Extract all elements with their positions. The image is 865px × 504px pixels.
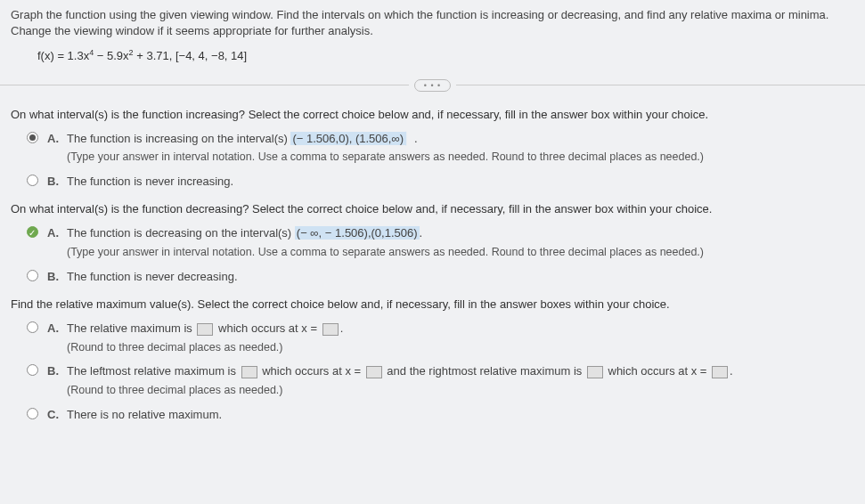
radio-icon[interactable]	[27, 175, 38, 186]
check-icon[interactable]	[27, 226, 38, 238]
q3a-sub: (Round to three decimal places as needed…	[67, 339, 854, 356]
question-page: Graph the function using the given viewi…	[0, 0, 865, 504]
q3b-tail: .	[730, 364, 733, 378]
opt-text: The function is decreasing on the interv…	[67, 224, 854, 260]
q1a-lead: The function is increasing on the interv…	[67, 132, 290, 145]
q2-option-a[interactable]: A. The function is decreasing on the int…	[27, 224, 854, 260]
radio-icon[interactable]	[27, 270, 38, 281]
q3b-mid1: which occurs at x =	[259, 364, 364, 378]
blank-input[interactable]	[712, 366, 728, 378]
rule-right	[456, 85, 865, 85]
opt-text: The leftmost relative maximum is which o…	[67, 362, 854, 398]
opt-label: C.	[47, 406, 61, 424]
radio-icon[interactable]	[27, 408, 38, 419]
opt-label: B.	[47, 268, 61, 286]
q3a-tail: .	[340, 321, 344, 335]
q1-options: A. The function is increasing on the int…	[27, 130, 854, 191]
q1a-answer[interactable]: (− 1.506,0), (1.506,∞)	[290, 132, 405, 145]
blank-input[interactable]	[197, 323, 213, 336]
blank-input[interactable]	[322, 323, 339, 336]
radio-icon[interactable]	[27, 321, 38, 333]
blank-input[interactable]	[366, 366, 382, 378]
caret-icon: ▏	[405, 132, 414, 145]
rule-left	[0, 85, 409, 85]
q3b-sub: (Round to three decimal places as needed…	[67, 382, 854, 399]
opt-label: A.	[47, 130, 61, 148]
q2-prompt: On what interval(s) is the function decr…	[11, 202, 854, 215]
q3b-mid3: which occurs at x =	[605, 364, 710, 378]
instructions: Graph the function using the given viewi…	[11, 7, 854, 39]
formula: f(x) = 1.3x4 − 5.9x2 + 3.71, [−4, 4, −8,…	[37, 48, 854, 62]
divider: • • •	[0, 79, 865, 92]
q2-options: A. The function is decreasing on the int…	[27, 224, 854, 285]
opt-label: A.	[47, 320, 61, 337]
q2a-lead: The function is decreasing on the interv…	[67, 226, 295, 240]
opt-label: B.	[47, 362, 61, 380]
q1-prompt: On what interval(s) is the function incr…	[11, 108, 854, 121]
radio-icon[interactable]	[27, 132, 38, 143]
q3a-mid: which occurs at x =	[215, 321, 320, 335]
q2-option-b[interactable]: B. The function is never decreasing.	[27, 268, 854, 286]
q2a-answer[interactable]: (− ∞, − 1.506),(0,1.506)	[295, 226, 420, 240]
q3-option-b[interactable]: B. The leftmost relative maximum is whic…	[27, 362, 854, 398]
q3-prompt: Find the relative maximum value(s). Sele…	[11, 297, 854, 311]
opt-text: The relative maximum is which occurs at …	[67, 320, 854, 355]
q1a-tail: .	[414, 132, 418, 145]
q3-options: A. The relative maximum is which occurs …	[27, 320, 854, 423]
blank-input[interactable]	[587, 366, 603, 378]
q1-option-b[interactable]: B. The function is never increasing.	[27, 173, 854, 191]
radio-icon[interactable]	[27, 364, 38, 376]
q3-option-c[interactable]: C. There is no relative maximum.	[27, 406, 854, 424]
q2a-sub: (Type your answer in interval notation. …	[67, 244, 854, 261]
q3a-lead: The relative maximum is	[67, 321, 195, 335]
opt-text: The function is increasing on the interv…	[67, 130, 854, 166]
expand-dots[interactable]: • • •	[414, 79, 451, 92]
q1-option-a[interactable]: A. The function is increasing on the int…	[27, 130, 854, 166]
q3b-mid2: and the rightmost relative maximum is	[384, 364, 585, 378]
blank-input[interactable]	[241, 366, 257, 378]
q1a-sub: (Type your answer in interval notation. …	[67, 149, 854, 166]
opt-text: The function is never increasing.	[67, 173, 854, 191]
q3b-lead: The leftmost relative maximum is	[67, 364, 240, 378]
opt-label: A.	[47, 224, 61, 242]
q2a-tail: .	[420, 226, 423, 240]
q3-option-a[interactable]: A. The relative maximum is which occurs …	[27, 320, 854, 355]
opt-label: B.	[47, 173, 61, 191]
opt-text: There is no relative maximum.	[67, 406, 854, 424]
opt-text: The function is never decreasing.	[67, 268, 854, 286]
